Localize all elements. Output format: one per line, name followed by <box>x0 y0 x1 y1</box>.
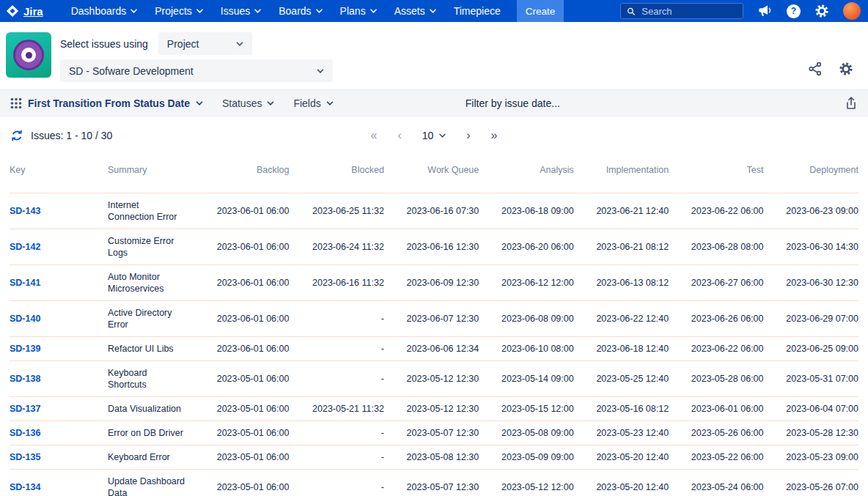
chevron-down-icon <box>438 133 446 138</box>
status-date-cell: 2023-05-28 06:00 <box>669 361 763 397</box>
help-icon: ? <box>787 4 801 18</box>
status-date-cell: 2023-06-25 09:00 <box>764 337 858 361</box>
first-page-button[interactable]: « <box>370 130 377 141</box>
issue-key-link[interactable]: SD-142 <box>10 242 40 252</box>
search-input[interactable] <box>640 5 737 18</box>
table-row: SD-135Keyboard Error2023-05-01 06:00-202… <box>10 445 858 470</box>
issue-summary: Keyboard Shortcuts <box>108 361 194 397</box>
issues-table-wrap: KeySummaryBacklogBlockedWork QueueAnalys… <box>0 155 868 496</box>
page-size-select[interactable]: 10 <box>422 130 446 141</box>
jira-logo[interactable]: Jira <box>6 4 43 18</box>
share-icon <box>808 62 823 76</box>
refresh-icon <box>10 129 23 142</box>
gear-icon <box>839 62 853 76</box>
status-date-cell: 2023-05-09 09:00 <box>479 445 573 470</box>
report-type-dropdown[interactable]: First Transition From Status Date <box>28 97 203 109</box>
nav-item-boards[interactable]: Boards <box>270 0 331 22</box>
issue-summary: Auto Monitor Microservices <box>108 265 194 301</box>
status-date-cell: 2023-06-23 09:00 <box>764 193 858 229</box>
chevron-down-icon <box>130 9 137 13</box>
status-date-cell: - <box>289 337 383 361</box>
issue-key-link[interactable]: SD-137 <box>10 404 40 414</box>
issue-key-link[interactable]: SD-136 <box>10 428 40 438</box>
status-date-cell: 2023-05-22 06:00 <box>669 445 763 470</box>
table-header-row: KeySummaryBacklogBlockedWork QueueAnalys… <box>10 155 858 193</box>
top-navbar: Jira Dashboards Projects Issues Boards P… <box>0 0 868 22</box>
column-header: Backlog <box>194 155 289 193</box>
issue-key-link[interactable]: SD-134 <box>10 482 40 492</box>
nav-item-timepiece[interactable]: Timepiece <box>445 0 510 22</box>
status-date-cell: 2023-06-21 08:12 <box>574 229 669 265</box>
status-date-cell: 2023-05-23 09:00 <box>764 445 858 470</box>
table-row: SD-143Internet Connection Error2023-06-0… <box>10 193 858 229</box>
status-date-cell: - <box>289 301 383 337</box>
user-avatar[interactable] <box>843 2 861 20</box>
timepiece-app-logo <box>6 32 51 78</box>
status-date-cell: 2023-05-12 12:00 <box>479 470 573 496</box>
status-date-cell: - <box>289 421 383 445</box>
nav-item-dashboards[interactable]: Dashboards <box>62 0 147 22</box>
pager: « ‹ 10 › » <box>370 130 497 141</box>
statuses-dropdown[interactable]: Statuses <box>222 97 274 109</box>
issue-key-link[interactable]: SD-139 <box>10 344 40 354</box>
table-row: SD-141Auto Monitor Microservices2023-06-… <box>10 265 858 301</box>
nav-item-label: Boards <box>279 5 311 17</box>
project-value: SD - Sofware Development <box>69 65 194 77</box>
issue-key-link[interactable]: SD-143 <box>10 206 40 216</box>
export-button[interactable] <box>845 96 858 111</box>
jira-logo-icon <box>6 4 19 18</box>
nav-item-projects[interactable]: Projects <box>146 0 212 22</box>
search-box[interactable] <box>620 3 743 19</box>
issue-source-dropdown[interactable]: Project <box>158 32 252 55</box>
status-date-cell: - <box>289 470 383 496</box>
nav-item-issues[interactable]: Issues <box>212 0 270 22</box>
announcements-button[interactable] <box>757 4 773 18</box>
next-page-button[interactable]: › <box>466 130 470 141</box>
nav-item-label: Timepiece <box>454 5 501 17</box>
issue-key-link[interactable]: SD-140 <box>10 314 40 324</box>
chevron-down-icon <box>236 42 243 46</box>
project-dropdown[interactable]: SD - Sofware Development <box>60 59 333 82</box>
chevron-down-icon <box>370 9 377 13</box>
nav-item-plans[interactable]: Plans <box>331 0 386 22</box>
issue-key-link[interactable]: SD-138 <box>10 374 40 384</box>
status-date-cell: 2023-05-07 12:30 <box>384 421 479 445</box>
issue-summary: Active Directory Error <box>108 301 194 337</box>
nav-item-assets[interactable]: Assets <box>386 0 445 22</box>
report-settings-button[interactable] <box>839 56 853 82</box>
settings-button[interactable] <box>814 4 829 18</box>
prev-page-button[interactable]: ‹ <box>397 130 401 141</box>
status-date-cell: 2023-06-28 08:00 <box>669 229 763 265</box>
chevron-down-icon <box>196 9 203 13</box>
status-date-cell: 2023-06-29 07:00 <box>764 301 858 337</box>
status-date-cell: 2023-06-04 07:00 <box>764 397 858 421</box>
status-date-cell: 2023-05-16 08:12 <box>574 397 669 421</box>
status-date-cell: 2023-06-24 11:32 <box>289 229 383 265</box>
status-date-cell: 2023-05-26 07:00 <box>764 470 858 496</box>
status-date-cell: 2023-05-01 06:00 <box>194 397 289 421</box>
issue-source-value: Project <box>167 38 199 50</box>
statuses-label: Statuses <box>222 97 262 109</box>
create-button[interactable]: Create <box>517 0 564 22</box>
refresh-button[interactable] <box>10 129 23 142</box>
status-date-cell: 2023-06-16 11:32 <box>289 265 383 301</box>
issue-key-link[interactable]: SD-141 <box>10 278 40 288</box>
last-page-button[interactable]: » <box>491 130 498 141</box>
status-date-cell: 2023-06-22 06:00 <box>669 337 763 361</box>
share-button[interactable] <box>808 56 823 82</box>
filter-bar: First Transition From Status Date Status… <box>0 89 868 116</box>
status-date-cell: 2023-06-26 06:00 <box>669 301 763 337</box>
status-date-cell: 2023-05-20 12:40 <box>574 470 669 496</box>
status-date-cell: 2023-05-31 07:00 <box>764 361 858 397</box>
table-row: SD-138Keyboard Shortcuts2023-05-01 06:00… <box>10 361 858 397</box>
issues-count-label: Issues: 1 - 10 / 30 <box>31 130 112 141</box>
help-button[interactable]: ? <box>787 4 801 18</box>
issue-date-filter-input[interactable]: Filter by issue date... <box>466 97 560 109</box>
status-date-cell: 2023-06-01 06:00 <box>194 337 289 361</box>
fields-dropdown[interactable]: Fields <box>293 97 333 109</box>
table-row: SD-139Refactor UI Libs2023-06-01 06:00-2… <box>10 337 858 361</box>
issue-key-link[interactable]: SD-135 <box>10 452 40 462</box>
table-row: SD-134Update Dashboard Data2023-05-01 06… <box>10 470 858 496</box>
chevron-down-icon <box>196 101 203 106</box>
status-date-cell: 2023-06-01 06:00 <box>194 229 289 265</box>
